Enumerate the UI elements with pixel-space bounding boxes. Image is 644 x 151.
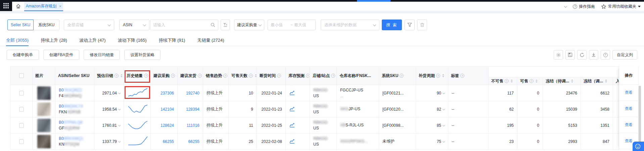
forecast-chart-icon[interactable]: [289, 122, 295, 127]
status-tab-fluctuating-fall[interactable]: 波动下降 (165): [118, 35, 147, 46]
asin-link[interactable]: B06RKXWQ1: [59, 136, 91, 142]
set-replenish-strategy-button[interactable]: 设置补货策略: [124, 50, 160, 60]
status-tab-no-sales[interactable]: 无销量 (2724): [197, 35, 224, 46]
ship-qty-link[interactable]: 192740: [186, 91, 199, 96]
download-button[interactable]: [589, 50, 598, 60]
asin-link[interactable]: B08MQWLT4: [59, 104, 91, 109]
close-tab-icon[interactable]: [59, 4, 62, 9]
sort-control[interactable]: [255, 73, 257, 78]
clear-filter-button[interactable]: [417, 20, 427, 30]
min-value-input[interactable]: [271, 23, 289, 27]
chat-support-button[interactable]: [633, 142, 644, 151]
view-link[interactable]: 查看: [625, 122, 633, 128]
sort-control[interactable]: [605, 78, 607, 84]
help-icon[interactable]: [114, 74, 119, 78]
expand-chevron-icon[interactable]: [118, 124, 121, 126]
sparkline-chart[interactable]: [127, 136, 149, 146]
help-icon[interactable]: [144, 74, 148, 78]
select-all-checkbox[interactable]: [19, 73, 24, 78]
expand-chevron-icon[interactable]: [443, 124, 445, 126]
refresh-button[interactable]: [577, 50, 587, 60]
home-tab[interactable]: [12, 2, 24, 11]
help-icon[interactable]: [436, 74, 440, 78]
forecast-chart-icon[interactable]: [289, 106, 295, 111]
status-tab-fluctuating-rise[interactable]: 波动上升 (47): [79, 35, 106, 46]
help-icon[interactable]: [277, 74, 281, 78]
product-image[interactable]: [37, 135, 51, 148]
operation-guide-link[interactable]: 操作指南: [573, 4, 595, 9]
ship-qty-link[interactable]: 128394: [186, 107, 199, 112]
custom-columns-button[interactable]: 自定义列: [612, 50, 637, 60]
status-tab-continuous-rise[interactable]: 持续上升 (28): [41, 35, 67, 46]
expand-chevron-icon[interactable]: [443, 108, 445, 110]
create-purchase-order-button[interactable]: 创建申购单: [7, 50, 39, 60]
unmaintained-data-select[interactable]: 选择未维护的数据: [321, 20, 379, 30]
expand-chevron-icon[interactable]: [118, 91, 121, 94]
edit-daily-sales-button[interactable]: 修改日均销量: [84, 50, 120, 60]
forecast-chart-icon[interactable]: [289, 138, 295, 144]
sparkline-chart[interactable]: [127, 119, 149, 130]
save-view-button[interactable]: [565, 50, 575, 60]
help-icon[interactable]: [460, 74, 464, 78]
help-icon[interactable]: [530, 79, 534, 83]
seller-sku-toggle[interactable]: Seller SKU: [7, 20, 34, 30]
app-grid-menu-button[interactable]: [0, 0, 12, 11]
create-fba-shipment-button[interactable]: 创建FBA货件: [43, 50, 79, 60]
help-icon[interactable]: [223, 74, 227, 78]
row-checkbox[interactable]: [19, 139, 24, 144]
help-icon[interactable]: [331, 74, 335, 78]
expand-chevron-icon[interactable]: [443, 91, 445, 94]
row-checkbox[interactable]: [19, 107, 24, 112]
row-checkbox[interactable]: [19, 123, 24, 128]
row-checkbox[interactable]: [19, 91, 24, 96]
filter-funnel-button[interactable]: [405, 20, 415, 30]
purchase-qty-link[interactable]: 128624: [160, 123, 174, 128]
sort-control[interactable]: [442, 73, 444, 78]
settings-button[interactable]: [554, 50, 563, 60]
vertical-scrollbar[interactable]: [639, 86, 641, 148]
sparkline-chart[interactable]: [127, 87, 149, 98]
batch-input-button[interactable]: [221, 20, 230, 30]
view-link[interactable]: 查看: [625, 138, 633, 144]
view-link[interactable]: 查看: [625, 90, 633, 96]
view-link[interactable]: 查看: [625, 106, 633, 112]
search-icon[interactable]: [211, 23, 215, 27]
help-icon[interactable]: [505, 79, 509, 83]
product-image[interactable]: [37, 119, 51, 132]
help-icon[interactable]: [198, 74, 202, 78]
help-icon[interactable]: [400, 74, 404, 78]
expand-chevron-icon[interactable]: [118, 108, 121, 110]
forecast-chart-icon[interactable]: [289, 90, 295, 95]
system-sku-toggle[interactable]: 系统SKU: [33, 20, 59, 30]
status-tab-continuous-fall[interactable]: 持续下降 (91): [159, 35, 185, 46]
max-value-input[interactable]: [294, 23, 313, 27]
product-image[interactable]: [37, 103, 51, 116]
keyword-input[interactable]: [153, 23, 211, 27]
purchase-qty-link[interactable]: 66255: [163, 139, 174, 144]
ship-qty-link[interactable]: 66255: [188, 139, 199, 144]
search-type-select[interactable]: ASIN: [119, 20, 149, 30]
ship-qty-link[interactable]: 111016: [187, 123, 199, 128]
search-button[interactable]: 搜 索: [382, 20, 402, 30]
sparkline-chart[interactable]: [127, 103, 149, 114]
sort-control[interactable]: [511, 78, 513, 84]
help-icon[interactable]: [171, 74, 175, 78]
purchase-qty-link[interactable]: 142104: [160, 107, 174, 112]
help-icon[interactable]: [249, 74, 253, 78]
tab-amazon-inventory-planning[interactable]: Amazon库存规划: [24, 2, 63, 11]
favorites-menu[interactable]: 常用功能收藏夹: [601, 4, 641, 9]
asin-link[interactable]: B09TPWLQ8: [59, 120, 91, 125]
metric-select[interactable]: 建议采购量: [234, 20, 264, 30]
product-image[interactable]: [37, 86, 51, 100]
help-icon[interactable]: [306, 74, 310, 78]
status-tab-all[interactable]: 全部 (3055): [6, 35, 29, 46]
shop-select[interactable]: 全部店铺: [64, 20, 114, 30]
purchase-qty-link[interactable]: 237306: [160, 91, 174, 96]
expand-chevron-icon[interactable]: [118, 140, 121, 142]
asin-link[interactable]: B07KXQRZ2: [59, 87, 91, 93]
help-button[interactable]: [601, 50, 610, 60]
sort-control[interactable]: [121, 73, 123, 78]
collapse-chevron-icon[interactable]: [564, 4, 567, 9]
expand-chevron-icon[interactable]: [443, 140, 445, 142]
sort-control[interactable]: [536, 78, 538, 84]
